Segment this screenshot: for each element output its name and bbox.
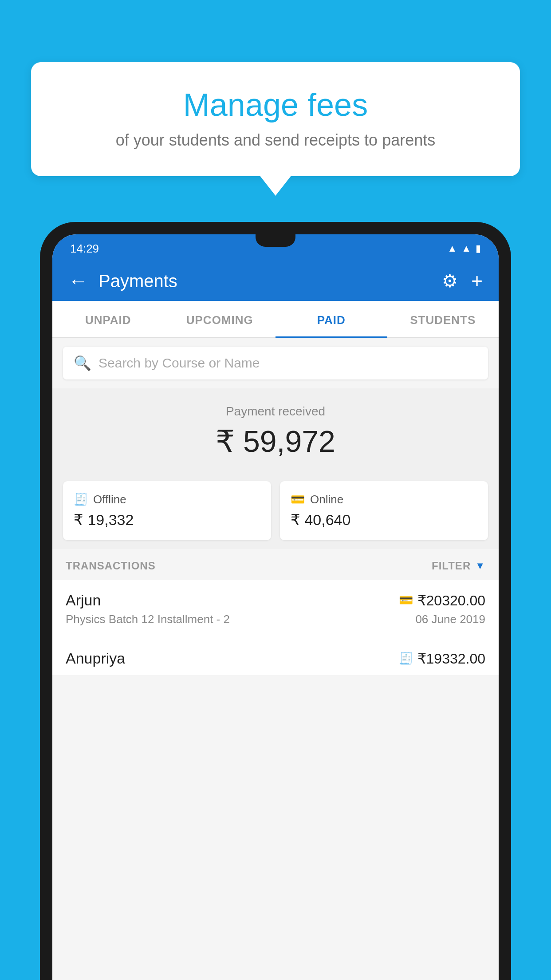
- online-label: Online: [310, 493, 343, 506]
- filter-button[interactable]: FILTER ▼: [432, 560, 485, 572]
- offline-amount: ₹ 19,332: [74, 511, 260, 529]
- signal-icon: ▲: [461, 243, 471, 254]
- transaction-card-icon: 💳: [399, 593, 413, 607]
- add-button[interactable]: +: [471, 270, 483, 292]
- transaction-top-row: Anupriya 🧾 ₹19332.00: [66, 650, 485, 667]
- transaction-name: Anupriya: [66, 650, 125, 667]
- transaction-amount-wrap: 💳 ₹20320.00: [399, 592, 485, 609]
- online-amount: ₹ 40,640: [291, 511, 477, 529]
- speech-bubble: Manage fees of your students and send re…: [31, 62, 520, 176]
- phone-body: 14:29 ▲ ▲ ▮ ← Payments ⚙ + UNPAID UPCOMI…: [40, 222, 511, 980]
- phone-screen: 14:29 ▲ ▲ ▮ ← Payments ⚙ + UNPAID UPCOMI…: [52, 234, 499, 980]
- phone-notch: [256, 234, 295, 247]
- transaction-amount-wrap: 🧾 ₹19332.00: [399, 650, 485, 667]
- online-card-header: 💳 Online: [291, 493, 477, 506]
- speech-bubble-container: Manage fees of your students and send re…: [31, 62, 520, 176]
- payment-summary: Payment received ₹ 59,972: [52, 388, 499, 472]
- tab-students[interactable]: STUDENTS: [387, 301, 499, 337]
- search-bar[interactable]: 🔍 Search by Course or Name: [63, 347, 488, 379]
- transactions-header: TRANSACTIONS FILTER ▼: [52, 549, 499, 580]
- bubble-title: Manage fees: [58, 87, 493, 123]
- search-input[interactable]: Search by Course or Name: [98, 356, 260, 371]
- phone-wrapper: 14:29 ▲ ▲ ▮ ← Payments ⚙ + UNPAID UPCOMI…: [40, 222, 511, 980]
- offline-card-header: 🧾 Offline: [74, 493, 260, 506]
- offline-card: 🧾 Offline ₹ 19,332: [63, 481, 271, 540]
- transaction-course: Physics Batch 12 Installment - 2: [66, 612, 230, 626]
- status-time: 14:29: [70, 242, 99, 256]
- status-icons: ▲ ▲ ▮: [447, 243, 481, 254]
- transaction-offline-icon: 🧾: [399, 652, 413, 665]
- battery-icon: ▮: [476, 243, 481, 254]
- bubble-subtitle: of your students and send receipts to pa…: [58, 131, 493, 150]
- transactions-label: TRANSACTIONS: [66, 560, 156, 572]
- tab-paid[interactable]: PAID: [276, 301, 387, 337]
- offline-label: Offline: [93, 493, 126, 506]
- back-button[interactable]: ←: [68, 271, 88, 291]
- transaction-item[interactable]: Anupriya 🧾 ₹19332.00: [52, 638, 499, 675]
- online-card: 💳 Online ₹ 40,640: [280, 481, 488, 540]
- tab-upcoming[interactable]: UPCOMING: [164, 301, 276, 337]
- transaction-bottom-row: Physics Batch 12 Installment - 2 06 June…: [66, 612, 485, 626]
- transaction-top-row: Arjun 💳 ₹20320.00: [66, 592, 485, 609]
- app-bar: ← Payments ⚙ +: [52, 261, 499, 301]
- tabs-bar: UNPAID UPCOMING PAID STUDENTS: [52, 301, 499, 338]
- online-icon: 💳: [291, 493, 305, 506]
- payment-cards-row: 🧾 Offline ₹ 19,332 💳 Online ₹ 40,640: [52, 472, 499, 549]
- transaction-amount: ₹20320.00: [417, 592, 485, 609]
- transaction-date: 06 June 2019: [415, 612, 485, 626]
- wifi-icon: ▲: [447, 243, 457, 254]
- payment-total-amount: ₹ 59,972: [61, 424, 490, 459]
- offline-icon: 🧾: [74, 493, 88, 506]
- app-title: Payments: [98, 271, 442, 291]
- filter-label: FILTER: [432, 560, 471, 572]
- transaction-amount: ₹19332.00: [417, 650, 485, 667]
- gear-button[interactable]: ⚙: [442, 271, 458, 291]
- search-icon: 🔍: [74, 355, 91, 371]
- transaction-item[interactable]: Arjun 💳 ₹20320.00 Physics Batch 12 Insta…: [52, 580, 499, 638]
- payment-received-label: Payment received: [61, 404, 490, 419]
- tab-unpaid[interactable]: UNPAID: [52, 301, 164, 337]
- filter-icon: ▼: [475, 560, 485, 572]
- transaction-name: Arjun: [66, 592, 101, 609]
